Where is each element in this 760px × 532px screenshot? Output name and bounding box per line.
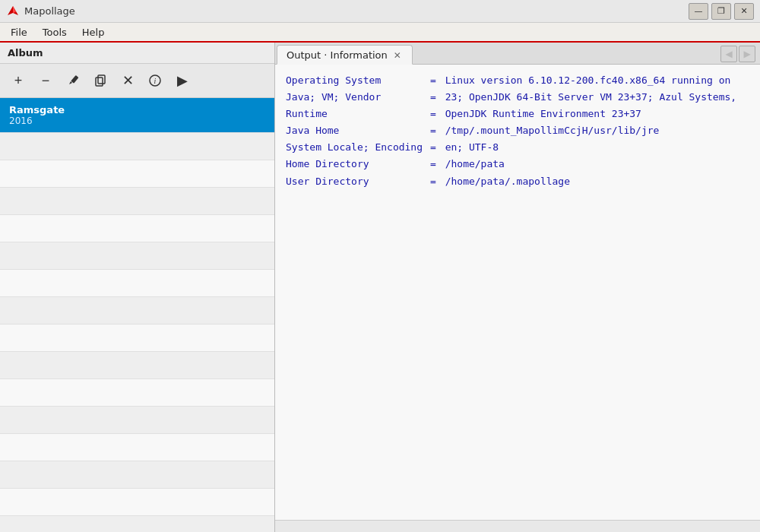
info-eq: = xyxy=(430,72,436,89)
empty-row xyxy=(0,407,274,434)
svg-rect-4 xyxy=(96,78,103,86)
menu-file[interactable]: File xyxy=(3,24,35,40)
list-item[interactable]: Ramsgate 2016 xyxy=(0,98,274,133)
app-icon xyxy=(6,5,20,18)
svg-rect-2 xyxy=(71,75,78,84)
info-key: Java; VM; Vendor xyxy=(286,89,430,106)
menu-tools[interactable]: Tools xyxy=(35,24,74,40)
svg-marker-3 xyxy=(69,81,72,84)
empty-row xyxy=(0,461,274,489)
minimize-button[interactable]: — xyxy=(689,3,708,20)
info-val: /tmp/.mount_MapollimCcjH/usr/lib/jre xyxy=(439,122,660,139)
titlebar-title: Mapollage xyxy=(24,5,75,17)
svg-rect-5 xyxy=(98,75,105,84)
run-button[interactable]: ▶ xyxy=(170,68,195,93)
tab-prev-button[interactable]: ◀ xyxy=(720,46,737,62)
info-line: Runtime = OpenJDK Runtime Environment 23… xyxy=(286,106,749,122)
menubar: File Tools Help xyxy=(0,23,760,43)
pencil-icon xyxy=(66,74,80,87)
info-val: Linux version 6.10.12-200.fc40.x86_64 ru… xyxy=(439,72,731,89)
info-line: Java; VM; Vendor = 23; OpenJDK 64-Bit Se… xyxy=(286,89,749,106)
main-area: Album + − ✕ i xyxy=(0,43,760,532)
output-content: Operating System = Linux version 6.10.12… xyxy=(275,65,760,520)
info-key: Home Directory xyxy=(286,156,430,173)
info-key: Operating System xyxy=(286,72,430,89)
empty-row xyxy=(0,325,274,352)
info-val: /home/pata/.mapollage xyxy=(439,173,570,190)
info-eq: = xyxy=(430,156,436,173)
empty-row xyxy=(0,434,274,461)
info-line: Home Directory = /home/pata xyxy=(286,156,749,173)
remove-button[interactable]: − xyxy=(33,68,58,93)
empty-row xyxy=(0,270,274,297)
info-line: User Directory = /home/pata/.mapollage xyxy=(286,173,749,190)
empty-row xyxy=(0,352,274,379)
info-val: /home/pata xyxy=(439,156,505,173)
svg-text:i: i xyxy=(154,77,157,85)
info-val: en; UTF-8 xyxy=(439,139,499,156)
info-key: User Directory xyxy=(286,173,430,190)
info-eq: = xyxy=(430,173,436,190)
right-panel: Output · Information ✕ ◀ ▶ Operating Sys… xyxy=(275,43,760,532)
cancel-button[interactable]: ✕ xyxy=(116,68,140,93)
bottom-scrollbar[interactable] xyxy=(275,520,760,532)
add-button[interactable]: + xyxy=(6,68,30,93)
tab-close-button[interactable]: ✕ xyxy=(392,50,403,61)
tab-output-information[interactable]: Output · Information ✕ xyxy=(277,45,413,65)
tab-label: Output · Information xyxy=(287,49,388,61)
restore-button[interactable]: ❐ xyxy=(711,3,731,20)
info-key: Runtime xyxy=(286,106,430,122)
edit-button[interactable] xyxy=(61,68,85,93)
empty-row xyxy=(0,133,274,160)
copy-icon xyxy=(93,74,107,87)
info-val: OpenJDK Runtime Environment 23+37 xyxy=(439,106,641,122)
album-year: 2016 xyxy=(9,116,265,126)
titlebar: Mapollage — ❐ ✕ xyxy=(0,0,760,23)
empty-row xyxy=(0,215,274,242)
tab-next-button[interactable]: ▶ xyxy=(739,46,755,62)
copy-button[interactable] xyxy=(88,68,112,93)
info-key: System Locale; Encoding xyxy=(286,139,430,156)
left-panel: Album + − ✕ i xyxy=(0,43,275,532)
info-val: 23; OpenJDK 64-Bit Server VM 23+37; Azul… xyxy=(439,89,736,106)
album-name: Ramsgate xyxy=(9,104,265,116)
info-button[interactable]: i xyxy=(143,68,167,93)
svg-marker-1 xyxy=(13,6,16,13)
menu-help[interactable]: Help xyxy=(74,24,112,40)
tab-bar-left: Output · Information ✕ xyxy=(277,44,414,64)
empty-row xyxy=(0,516,274,532)
album-list: Ramsgate 2016 xyxy=(0,98,274,532)
empty-row xyxy=(0,297,274,325)
empty-row xyxy=(0,489,274,516)
close-button[interactable]: ✕ xyxy=(734,3,754,20)
info-eq: = xyxy=(430,139,436,156)
info-line: Java Home = /tmp/.mount_MapollimCcjH/usr… xyxy=(286,122,749,139)
info-eq: = xyxy=(430,106,436,122)
empty-row xyxy=(0,160,274,188)
titlebar-controls: — ❐ ✕ xyxy=(689,3,754,20)
empty-row xyxy=(0,242,274,270)
info-eq: = xyxy=(430,89,436,106)
info-line: Operating System = Linux version 6.10.12… xyxy=(286,72,749,89)
tab-nav: ◀ ▶ xyxy=(720,46,758,62)
info-eq: = xyxy=(430,122,436,139)
titlebar-left: Mapollage xyxy=(6,5,75,18)
info-key: Java Home xyxy=(286,122,430,139)
toolbar: + − ✕ i ▶ xyxy=(0,64,274,98)
tab-bar: Output · Information ✕ ◀ ▶ xyxy=(275,43,760,65)
empty-row xyxy=(0,379,274,407)
info-line: System Locale; Encoding= en; UTF-8 xyxy=(286,139,749,156)
info-icon: i xyxy=(148,74,162,87)
album-header: Album xyxy=(0,43,274,64)
empty-row xyxy=(0,188,274,215)
